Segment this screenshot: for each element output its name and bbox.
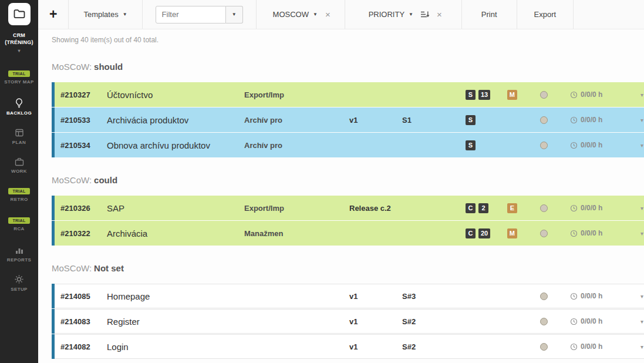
story-badges: C20M [461, 228, 517, 238]
main-area: + Templates ▼ ▼ MOSCOW ▼ × PRIORITY ▼ [38, 0, 644, 363]
group-value: Not set [94, 263, 124, 273]
clock-icon [570, 142, 578, 149]
row-expand-chevron-icon[interactable]: ▾ [640, 205, 643, 211]
export-button[interactable]: Export [517, 10, 574, 19]
row-expand-chevron-icon[interactable]: ▾ [640, 344, 643, 350]
story-status-cell [517, 204, 570, 212]
moscow-label: MOSCOW [273, 10, 309, 19]
sidebar-item-label: RETRO [11, 197, 28, 202]
status-circle-icon[interactable] [540, 318, 548, 325]
sidebar-item-label: WORK [11, 169, 27, 174]
sidebar-item-backlog[interactable]: BACKLOG [0, 92, 38, 122]
story-release: v1 [349, 317, 402, 326]
story-badge: S [466, 115, 476, 125]
story-id: #214082 [55, 342, 107, 351]
backlog-content: MoSCoW:should#210327ÚčtovníctvoExport/Im… [38, 44, 644, 363]
status-circle-icon[interactable] [540, 293, 548, 300]
story-badge: 13 [478, 90, 490, 100]
story-status-cell [517, 142, 570, 149]
story-sprint: S#3 [402, 292, 461, 301]
priority-filter-chip: PRIORITY ▼ × [345, 10, 461, 19]
status-circle-icon[interactable] [540, 91, 548, 99]
priority-dropdown[interactable]: PRIORITY ▼ [369, 10, 413, 19]
story-project: Manažmen [244, 229, 349, 238]
story-id: #210326 [55, 204, 107, 213]
story-title: Login [107, 342, 244, 352]
priority-remove-icon[interactable]: × [437, 10, 442, 19]
group-header: MoSCoW:could [52, 175, 644, 186]
story-project: Archív pro [244, 116, 349, 125]
trial-badge: TRIAL [8, 188, 29, 194]
story-badges: C2E [461, 203, 517, 213]
story-id: #210534 [55, 141, 107, 150]
story-badge: C [466, 203, 476, 213]
story-id: #210327 [55, 90, 107, 99]
clock-icon [570, 230, 578, 237]
row-expand-chevron-icon[interactable]: ▾ [640, 142, 643, 149]
moscow-remove-icon[interactable]: × [325, 10, 331, 19]
sidebar-item-story-map[interactable]: TRIAL STORY MAP [0, 63, 38, 92]
backlog-row[interactable]: #210327ÚčtovníctvoExport/ImpS13M0/0/0 h▾ [52, 82, 644, 107]
story-status-cell [517, 230, 570, 237]
story-badge: S [466, 90, 476, 100]
row-expand-chevron-icon[interactable]: ▾ [640, 230, 643, 237]
filter-dropdown-button[interactable]: ▼ [226, 6, 243, 23]
moscow-dropdown[interactable]: MOSCOW ▼ [273, 10, 318, 19]
story-id: #210533 [55, 116, 107, 125]
story-release: v1 [349, 292, 402, 301]
story-time: 0/0/0 h [570, 141, 635, 149]
workspace-selector[interactable]: CRM (TRÉNING) ▾ [0, 32, 38, 55]
story-time: 0/0/0 h [570, 292, 635, 300]
story-status-cell [517, 116, 570, 124]
sort-amount-icon[interactable] [420, 11, 429, 18]
add-story-button[interactable]: + [38, 8, 68, 21]
lightbulb-icon [15, 98, 23, 108]
backlog-row[interactable]: #214082Loginv1S#20/0/0 h▾ [52, 334, 644, 359]
filter-input[interactable] [156, 6, 226, 23]
backlog-row[interactable]: #210322ArchiváciaManažmenC20M0/0/0 h▾ [52, 221, 644, 246]
bar-chart-icon [15, 246, 24, 255]
status-circle-icon[interactable] [540, 142, 548, 149]
story-status-cell [517, 318, 570, 325]
folder-logo-icon [12, 7, 26, 21]
group-header: MoSCoW:should [52, 62, 644, 72]
row-expand-chevron-icon[interactable]: ▾ [640, 117, 643, 123]
backlog-row[interactable]: #210534Obnova archívu produktovArchív pr… [52, 133, 644, 157]
story-project: Export/Imp [244, 90, 349, 99]
print-button[interactable]: Print [462, 10, 517, 19]
status-circle-icon[interactable] [540, 116, 548, 124]
clock-icon [570, 204, 578, 212]
status-circle-icon[interactable] [540, 343, 548, 351]
sidebar-item-rca[interactable]: TRIAL RCA [0, 210, 38, 239]
plan-board-icon [15, 128, 24, 137]
sidebar-item-plan[interactable]: PLAN [0, 122, 38, 151]
group-label: MoSCoW: [52, 263, 92, 273]
story-badge: M [507, 90, 517, 100]
backlog-row[interactable]: #214085Homepagev1S#30/0/0 h▾ [52, 284, 644, 308]
time-label: 0/0/0 h [581, 292, 602, 300]
story-title: Register [107, 317, 244, 327]
clock-icon [570, 318, 578, 325]
row-expand-chevron-icon[interactable]: ▾ [640, 318, 643, 325]
gear-icon [14, 274, 24, 284]
filter-group: ▼ [156, 6, 243, 23]
sidebar-item-reports[interactable]: REPORTS [0, 239, 38, 268]
story-time: 0/0/0 h [570, 229, 635, 237]
sidebar-item-setup[interactable]: SETUP [0, 268, 38, 298]
story-title: Archivácia [107, 228, 244, 238]
app-logo[interactable] [8, 3, 31, 25]
sidebar: CRM (TRÉNING) ▾ TRIAL STORY MAP BACKLOG … [0, 0, 38, 363]
row-expand-chevron-icon[interactable]: ▾ [640, 92, 643, 98]
row-expand-chevron-icon[interactable]: ▾ [640, 293, 643, 300]
backlog-row[interactable]: #210326SAPExport/ImpRelease c.2C2E0/0/0 … [52, 196, 644, 220]
status-circle-icon[interactable] [540, 204, 548, 212]
sidebar-item-work[interactable]: WORK [0, 151, 38, 180]
backlog-row[interactable]: #210533Archivácia produktovArchív prov1S… [52, 107, 644, 132]
backlog-row[interactable]: #214083Registerv1S#20/0/0 h▾ [52, 309, 644, 334]
sidebar-item-retro[interactable]: TRIAL RETRO [0, 180, 38, 210]
moscow-filter-chip: MOSCOW ▼ × [257, 10, 345, 19]
status-circle-icon[interactable] [540, 230, 548, 237]
time-label: 0/0/0 h [581, 204, 602, 212]
templates-dropdown[interactable]: Templates ▼ [69, 10, 141, 19]
story-status-cell [517, 91, 570, 99]
